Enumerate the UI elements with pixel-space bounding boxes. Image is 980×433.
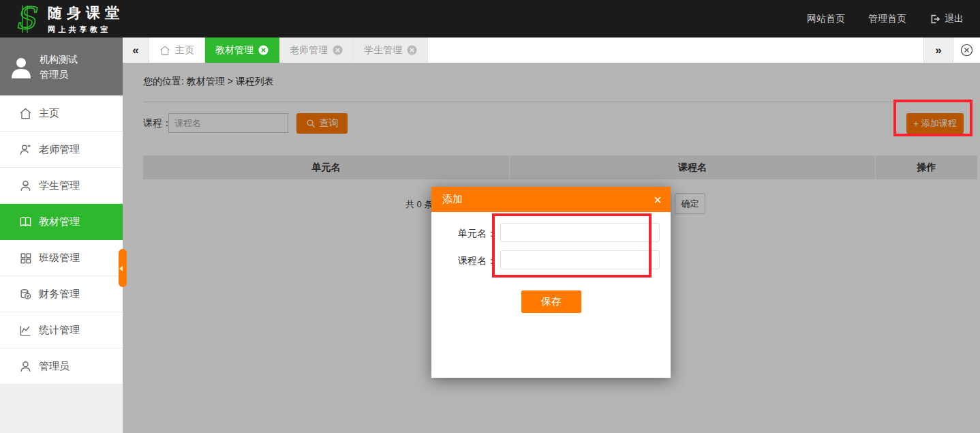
top-bar: S 随身课堂 网上共享教室 网站首页 管理首页 退出 (0, 0, 980, 38)
course-name-input[interactable] (500, 250, 660, 269)
sidebar-collapse-handle[interactable] (119, 249, 127, 287)
logo-s-icon: S (10, 3, 41, 35)
user-org: 机构测试 (40, 52, 78, 67)
logout-icon (930, 14, 940, 25)
user-role: 管理员 (40, 67, 78, 82)
sidebar-filler (0, 385, 123, 433)
tabs-scroll-right-button[interactable]: » (923, 38, 953, 63)
tab-teachers[interactable]: 老师管理 (279, 38, 354, 63)
close-tab-icon[interactable] (333, 45, 343, 55)
sidebar-item-statistics[interactable]: 统计管理 (0, 312, 123, 348)
tab-bar: « 主页 教材管理 老师管理 学生管理 (123, 38, 980, 63)
grid-icon (19, 252, 32, 265)
logout-button[interactable]: 退出 (930, 13, 964, 25)
tab-students[interactable]: 学生管理 (354, 38, 428, 63)
sidebar-item-home[interactable]: 主页 (0, 95, 123, 132)
book-icon (19, 215, 32, 228)
sidebar: 机构测试 管理员 主页 老师管理 学生管理 教材管理 (0, 38, 123, 433)
user-panel: 机构测试 管理员 (0, 38, 123, 95)
close-tab-icon[interactable] (407, 45, 417, 55)
student-icon (19, 179, 32, 192)
tabs-scroll-left-button[interactable]: « (123, 38, 149, 63)
sidebar-item-teachers[interactable]: 老师管理 (0, 132, 123, 168)
sidebar-item-students[interactable]: 学生管理 (0, 168, 123, 204)
avatar-icon (10, 55, 33, 78)
tab-materials[interactable]: 教材管理 (205, 38, 279, 63)
sidebar-item-classes[interactable]: 班级管理 (0, 240, 123, 276)
home-icon (19, 107, 32, 120)
dialog-header: 添加 × (431, 187, 671, 212)
tab-home[interactable]: 主页 (149, 38, 205, 63)
dialog-close-icon[interactable]: × (654, 193, 662, 207)
dialog-title: 添加 (442, 193, 463, 206)
logo-subtitle: 网上共享教室 (48, 25, 124, 35)
close-all-icon (960, 44, 973, 57)
course-name-label: 课程名： (431, 255, 496, 267)
logo-title: 随身课堂 (48, 3, 124, 23)
close-tab-icon[interactable] (258, 45, 269, 55)
link-site-home[interactable]: 网站首页 (807, 13, 845, 25)
app-logo: S 随身课堂 网上共享教室 (10, 3, 124, 35)
sidebar-item-materials[interactable]: 教材管理 (0, 204, 123, 240)
finance-icon (19, 288, 32, 301)
app-window: S 随身课堂 网上共享教室 网站首页 管理首页 退出 (0, 0, 980, 433)
stats-icon (19, 324, 32, 337)
teacher-icon (19, 143, 32, 156)
close-all-tabs-button[interactable] (953, 38, 980, 63)
save-button[interactable]: 保存 (521, 290, 581, 313)
svg-text:S: S (15, 3, 38, 35)
add-dialog: 添加 × 单元名： 课程名： 保存 (431, 187, 671, 378)
admin-icon (19, 360, 32, 373)
top-nav: 网站首页 管理首页 退出 (807, 13, 964, 25)
sidebar-item-finance[interactable]: 财务管理 (0, 276, 123, 312)
link-admin-home[interactable]: 管理首页 (868, 13, 906, 25)
tabbar-spacer (428, 38, 923, 63)
unit-name-label: 单元名： (431, 228, 496, 240)
home-icon (159, 45, 170, 56)
unit-name-input[interactable] (500, 223, 660, 242)
sidebar-item-admins[interactable]: 管理员 (0, 348, 123, 385)
